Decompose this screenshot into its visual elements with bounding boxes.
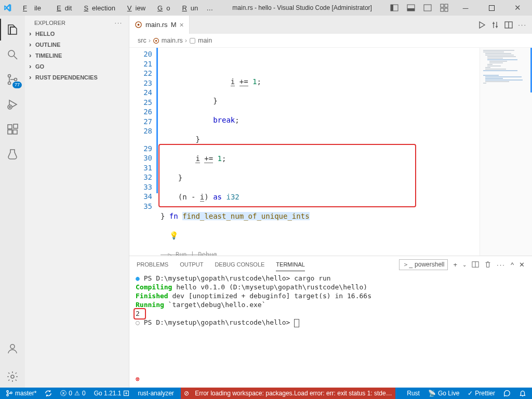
window-minimize[interactable]: ─ (454, 1, 477, 15)
panel-more-icon[interactable]: ··· (497, 261, 506, 269)
status-rust-analyzer[interactable]: rust-analyzer (136, 390, 175, 397)
svg-point-34 (7, 394, 9, 396)
layout-sidebar-right-icon[interactable] (421, 1, 434, 15)
svg-rect-7 (441, 8, 444, 11)
status-go-live[interactable]: 📡Go Live (427, 390, 461, 397)
breadcrumb-symbol[interactable]: main (198, 37, 212, 44)
symbol-icon (189, 37, 196, 44)
title-bar: File Edit Selection View Go Run … main.r… (0, 0, 532, 16)
status-workspace-error[interactable]: ⊘ Error loading workspace: packages.Load… (181, 388, 395, 399)
explorer-section-hello[interactable]: ›HELLO (25, 28, 129, 39)
breadcrumb[interactable]: src › main.rs › main (129, 34, 532, 48)
activity-search[interactable] (0, 44, 25, 65)
layout-panel-bottom-icon[interactable] (404, 1, 418, 15)
status-branch[interactable]: master* (4, 390, 38, 397)
svg-marker-25 (480, 22, 485, 28)
explorer-more-icon[interactable]: ··· (115, 20, 123, 26)
rust-file-icon (135, 21, 142, 29)
activity-extensions[interactable] (0, 118, 25, 140)
codelens-run-debug[interactable]: ▷ Run | Debug (161, 250, 480, 256)
menu-file[interactable]: File (16, 2, 48, 14)
activity-scm[interactable]: 77 (0, 69, 25, 90)
new-terminal-icon[interactable]: + (453, 261, 457, 269)
menu-run[interactable]: Run (175, 2, 202, 14)
status-sync[interactable] (43, 390, 54, 397)
status-bell-icon[interactable] (517, 390, 528, 397)
panel-tabs: PROBLEMS OUTPUT DEBUG CONSOLE TERMINAL ＞… (129, 256, 532, 273)
terminal-shell-selector[interactable]: ＞_powershell (399, 259, 448, 270)
tab-filename: main.rs (145, 21, 168, 29)
terminal-content[interactable]: ● PS D:\mysetup\gopath\rustcode\hello> c… (129, 273, 532, 388)
status-feedback-icon[interactable] (502, 390, 512, 397)
split-icon[interactable] (504, 21, 513, 29)
explorer-section-timeline[interactable]: ›TIMELINE (25, 50, 129, 61)
explorer-section-go[interactable]: ›GO (25, 61, 129, 72)
explorer-title: EXPLORER (34, 20, 65, 26)
svg-point-29 (155, 39, 157, 41)
status-language[interactable]: Rust (405, 390, 421, 397)
explorer-section-outline[interactable]: ›OUTLINE (25, 39, 129, 50)
panel-close-icon[interactable]: ✕ (519, 261, 525, 269)
editor-more-icon[interactable]: ··· (518, 21, 527, 29)
annotation-main-fn (158, 144, 416, 207)
menu-view[interactable]: View (120, 2, 149, 14)
window-close[interactable]: ✕ (506, 1, 529, 15)
explorer-sidebar: EXPLORER ··· ›HELLO ›OUTLINE ›TIMELINE ›… (25, 16, 129, 388)
svg-rect-19 (13, 130, 17, 134)
menu-edit[interactable]: Edit (49, 2, 75, 14)
svg-point-35 (10, 392, 12, 394)
editor-group: main.rs M × ··· src › main.rs › main 202… (129, 16, 532, 388)
error-indicator-icon: ⊗ (136, 375, 140, 383)
panel-tab-terminal[interactable]: TERMINAL (276, 258, 305, 271)
terminal-dropdown-icon[interactable]: ⌄ (462, 262, 467, 268)
svg-point-14 (15, 78, 17, 81)
layout-customize-icon[interactable] (437, 1, 451, 15)
svg-point-13 (8, 82, 11, 85)
panel-tab-output[interactable]: OUTPUT (180, 258, 203, 271)
activity-settings[interactable] (0, 366, 25, 388)
activity-debug[interactable] (0, 94, 25, 115)
status-problems[interactable]: ⓧ0 ⚠0 (59, 389, 87, 398)
svg-rect-17 (8, 125, 12, 129)
tab-close-icon[interactable]: × (179, 21, 183, 29)
activity-testing[interactable] (0, 143, 25, 165)
activity-explorer[interactable] (0, 19, 25, 41)
svg-rect-9 (489, 5, 494, 10)
svg-rect-6 (445, 4, 448, 7)
svg-point-33 (7, 391, 9, 393)
menu-go[interactable]: Go (150, 2, 174, 14)
window-maximize[interactable] (480, 1, 503, 15)
menu-more[interactable]: … (203, 2, 217, 14)
svg-rect-5 (441, 4, 444, 7)
lightbulb-icon[interactable]: 💡 (169, 231, 178, 240)
annotation-output (134, 308, 146, 320)
split-terminal-icon[interactable] (472, 261, 479, 268)
kill-terminal-icon[interactable] (484, 261, 491, 268)
svg-point-21 (10, 344, 15, 349)
panel-tab-problems[interactable]: PROBLEMS (137, 258, 168, 271)
status-prettier[interactable]: ✓Prettier (466, 390, 497, 397)
layout-sidebar-left-icon[interactable] (388, 1, 401, 15)
breadcrumb-src[interactable]: src (138, 37, 147, 44)
svg-rect-30 (190, 38, 195, 43)
diff-icon[interactable] (491, 21, 499, 29)
minimap[interactable] (480, 48, 532, 256)
menu-selection[interactable]: Selection (76, 2, 118, 14)
panel-tab-debug[interactable]: DEBUG CONSOLE (215, 258, 264, 271)
activity-bar: 77 (0, 16, 25, 388)
activity-account[interactable] (0, 338, 25, 360)
status-go-version[interactable]: Go 1.21.1 (92, 390, 131, 397)
run-icon[interactable] (477, 21, 486, 29)
explorer-section-rust-deps[interactable]: ›RUST DEPENDENCIES (25, 72, 129, 83)
menu-bar: File Edit Selection View Go Run … (16, 2, 217, 14)
code-editor[interactable]: i += 1; } break; } i += 1; } (n - i) as … (156, 48, 480, 256)
svg-point-22 (11, 375, 14, 378)
svg-point-12 (8, 75, 11, 77)
svg-point-24 (138, 24, 140, 26)
svg-rect-8 (445, 8, 448, 11)
breadcrumb-file[interactable]: main.rs (162, 37, 183, 44)
tab-main-rs[interactable]: main.rs M × (129, 16, 190, 34)
code-area: 202122232425262728 29303132333435 i += 1… (129, 48, 532, 256)
svg-rect-3 (407, 8, 415, 11)
panel-maximize-icon[interactable]: ^ (511, 261, 514, 269)
